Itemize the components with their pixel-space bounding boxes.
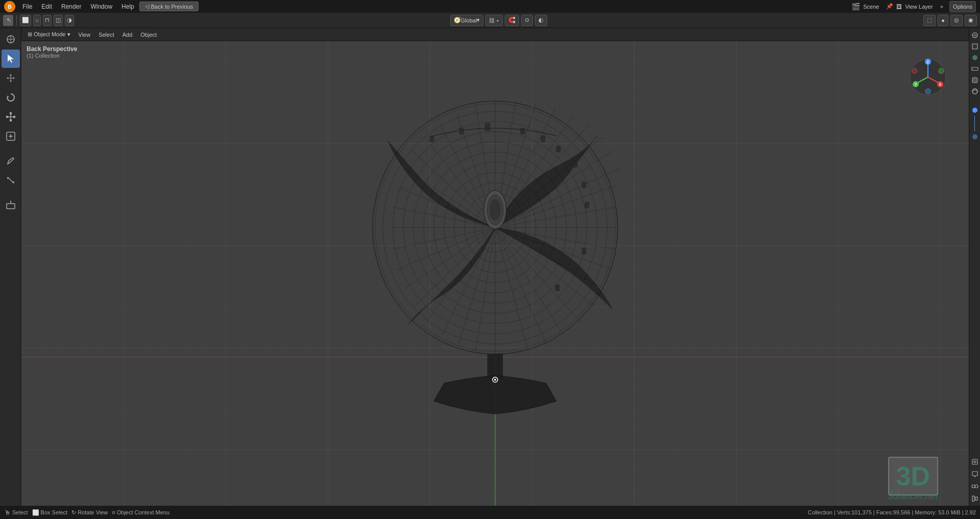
- svg-point-34: [972, 485, 975, 488]
- falloff-btn[interactable]: ◐: [535, 15, 547, 26]
- rendered-btn[interactable]: ◉: [965, 15, 977, 26]
- view-layer-label: View Layer: [905, 4, 933, 10]
- toolbar-sep-1: [16, 15, 17, 26]
- rotate-view-icon: ↻: [71, 509, 76, 516]
- solid-btn[interactable]: ●: [938, 15, 948, 26]
- menu-file[interactable]: File: [18, 2, 36, 11]
- svg-point-131: [494, 379, 496, 381]
- vp-select-btn[interactable]: Select: [95, 31, 117, 39]
- svg-line-94: [404, 228, 495, 289]
- right-compositing-icon[interactable]: [970, 481, 980, 491]
- add-scene-icon[interactable]: +: [940, 4, 943, 10]
- right-tool-2[interactable]: [970, 41, 980, 52]
- toolbar-row: ↖ ⬜ ○ ⊓ ◫ ◑ 🧭 Global ▾ ⛓ ▾ 🧲 ⊙ ◐ ⬚ ● ◎ ◉: [0, 13, 980, 28]
- rotate-view-status: ↻ Rotate View: [71, 509, 108, 516]
- svg-point-26: [972, 55, 977, 60]
- svg-rect-116: [582, 182, 586, 188]
- vp-add-btn[interactable]: Add: [119, 31, 136, 39]
- right-render-icon[interactable]: [970, 457, 980, 467]
- toolbar-box-btn[interactable]: ⬜: [20, 15, 31, 26]
- global-label: Global: [461, 17, 477, 23]
- vp-mode-btn[interactable]: ⊞ Object Mode ▾: [24, 30, 74, 39]
- svg-rect-36: [972, 496, 974, 501]
- right-tool-6[interactable]: [970, 86, 980, 96]
- svg-rect-7: [6, 116, 8, 118]
- context-menu-status: ≡ Object Context Menu: [112, 509, 169, 515]
- menu-render[interactable]: Render: [57, 2, 85, 11]
- pin-icon: 📌: [886, 3, 893, 10]
- add-primitive-btn[interactable]: [2, 195, 20, 214]
- fan-model-svg: .wire { fill: none; stroke: rgba(30,30,3…: [342, 75, 648, 457]
- compass-icon: 🧭: [454, 17, 461, 23]
- snap-btn[interactable]: 🧲: [505, 15, 519, 26]
- vp-view-btn[interactable]: View: [76, 31, 94, 39]
- right-tool-1[interactable]: [970, 30, 980, 40]
- viewport-main[interactable]: Back Perspective (1) Collection Z X Y: [21, 41, 969, 506]
- rotate-tool-btn[interactable]: [2, 88, 20, 107]
- rotate-view-label: Rotate View: [78, 509, 108, 515]
- svg-rect-8: [13, 116, 15, 118]
- right-tool-3[interactable]: [970, 53, 980, 63]
- mode-label: Object Mode: [34, 31, 65, 37]
- svg-text:Z: Z: [927, 60, 929, 64]
- right-tool-5[interactable]: [970, 75, 980, 85]
- svg-rect-119: [573, 267, 577, 274]
- wireframe-btn[interactable]: ⬚: [923, 15, 936, 26]
- tool-select-btn[interactable]: ↖: [3, 15, 13, 26]
- collection-label: (1) Collection: [27, 53, 77, 59]
- back-to-previous-button[interactable]: ◁ Back to Previous: [139, 2, 199, 11]
- box-select-label: Box Select: [41, 509, 68, 515]
- toolbar-lasso-btn[interactable]: ⊓: [43, 15, 52, 26]
- context-menu-icon: ≡: [112, 509, 115, 515]
- toolbar-right: ⬚ ● ◎ ◉: [923, 15, 977, 26]
- svg-rect-109: [485, 123, 490, 131]
- right-panel: [969, 28, 980, 506]
- svg-rect-115: [573, 161, 577, 167]
- material-btn[interactable]: ◎: [950, 15, 963, 26]
- stats-label: Collection | Verts:101,375 | Faces:99,56…: [808, 509, 976, 515]
- toolbar-xray-btn[interactable]: ◫: [54, 15, 63, 26]
- scene-icon: 🎬: [851, 3, 860, 11]
- toolbar-shade-btn[interactable]: ◑: [65, 15, 74, 26]
- svg-rect-112: [541, 136, 545, 142]
- top-menu-bar: B File Edit Render Window Help ◁ Back to…: [0, 0, 980, 13]
- cursor-tool-btn[interactable]: [2, 30, 20, 48]
- svg-point-52: [925, 89, 930, 94]
- menu-help[interactable]: Help: [117, 2, 138, 11]
- svg-point-32: [973, 460, 976, 463]
- svg-text:Y: Y: [915, 83, 917, 86]
- axis-y-dot: [972, 134, 977, 139]
- options-button[interactable]: Options: [949, 1, 976, 12]
- right-sequencer-icon[interactable]: [970, 493, 980, 504]
- mode-icon: ⊞: [28, 31, 32, 37]
- app-logo: B: [4, 1, 15, 12]
- move-tool-btn[interactable]: [2, 69, 20, 87]
- view-layer-icon: 🖼: [896, 4, 902, 10]
- svg-rect-27: [972, 67, 978, 70]
- svg-point-35: [975, 485, 978, 488]
- svg-rect-23: [972, 44, 977, 49]
- toolbar-circle-btn[interactable]: ○: [33, 15, 41, 26]
- dropdown-arrow: ▾: [477, 17, 480, 23]
- top-right-area: 🎬 Scene 📌 🖼 View Layer + Options: [851, 1, 976, 12]
- watermark-3d: 3D: [888, 457, 938, 496]
- annotate-tool-btn[interactable]: [2, 152, 20, 170]
- pivot-btn[interactable]: ⛓ ▾: [485, 15, 503, 26]
- right-tool-4[interactable]: [970, 64, 980, 74]
- watermark-site: 3dlancer.net: [888, 491, 938, 502]
- box-select-status: ⬜ Box Select: [32, 509, 68, 516]
- right-output-icon[interactable]: [970, 469, 980, 479]
- scale-tool-btn[interactable]: [2, 108, 20, 126]
- measure-tool-btn[interactable]: [2, 171, 20, 189]
- vp-object-btn[interactable]: Object: [137, 31, 160, 39]
- view-name-label: Back Perspective: [27, 45, 77, 53]
- select-tool-btn[interactable]: [2, 50, 20, 68]
- svg-point-108: [490, 200, 500, 220]
- svg-line-90: [458, 228, 495, 344]
- proportional-btn[interactable]: ⊙: [521, 15, 533, 26]
- svg-rect-9: [10, 112, 12, 114]
- transform-orientation-btn[interactable]: 🧭 Global ▾: [450, 15, 484, 26]
- transform-tool-btn[interactable]: [2, 127, 20, 145]
- menu-window[interactable]: Window: [86, 2, 116, 11]
- menu-edit[interactable]: Edit: [37, 2, 56, 11]
